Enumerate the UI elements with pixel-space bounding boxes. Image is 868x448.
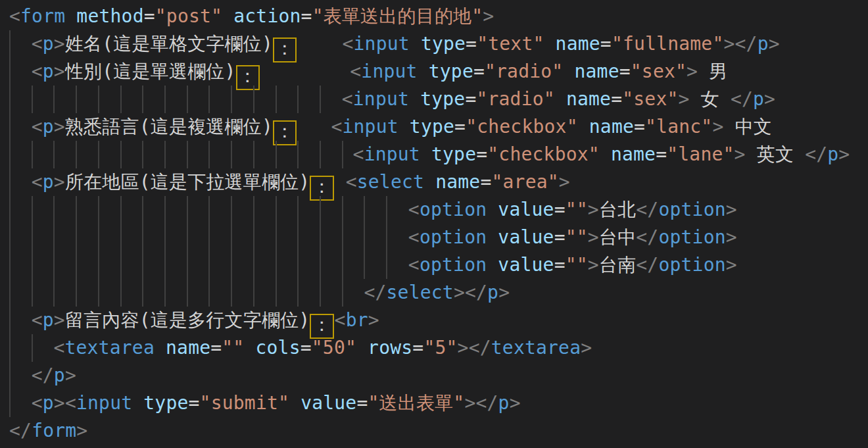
code-token: type (143, 392, 188, 414)
code-token: = (412, 337, 423, 359)
code-token: > (769, 33, 780, 55)
code-token: option (658, 199, 725, 220)
code-token: = (356, 392, 368, 414)
code-token (65, 5, 76, 27)
code-token: > (54, 61, 65, 82)
code-token: </ (364, 282, 386, 303)
code-token: value (301, 392, 356, 414)
code-token: p (43, 33, 54, 55)
code-token: = (210, 337, 222, 359)
code-token: > (483, 5, 494, 27)
code-token: form (32, 420, 76, 441)
code-token: "" (566, 199, 588, 220)
code-token: > (588, 226, 599, 248)
code-token: textarea (491, 337, 581, 359)
code-token (155, 337, 166, 359)
code-token: </ (32, 364, 54, 386)
indent-guides (9, 362, 32, 389)
code-token: > (65, 364, 76, 386)
code-token (289, 392, 301, 414)
code-token: option (658, 254, 725, 276)
code-token (398, 116, 410, 137)
code-token: 男 (698, 61, 727, 82)
code-token: option (420, 254, 487, 276)
code-line: <p>姓名(這是單格文字欄位)： <input type="text" name… (9, 30, 868, 58)
code-token: method (76, 5, 143, 27)
code-token: = (611, 88, 622, 110)
code-token: < (408, 254, 420, 276)
code-token: < (32, 309, 43, 331)
code-token: > (588, 254, 599, 276)
code-token: "checkbox" (466, 116, 578, 137)
code-token: textarea (64, 337, 154, 359)
code-token: = (554, 199, 566, 220)
code-token: option (658, 226, 725, 248)
code-token: = (465, 88, 476, 110)
code-token: </ (636, 199, 658, 220)
code-token: "" (566, 226, 588, 248)
code-token: "50" (312, 337, 356, 359)
code-token: = (600, 33, 612, 55)
code-token: = (466, 33, 477, 55)
indent-guides (9, 86, 342, 113)
code-token: < (32, 171, 43, 193)
indent-guides (9, 141, 353, 168)
code-token: p (43, 61, 54, 82)
code-token: "送出表單" (368, 392, 465, 414)
code-token: name (574, 61, 619, 82)
code-token: > (588, 199, 599, 220)
code-token: > (498, 282, 510, 303)
code-token: < (9, 5, 20, 27)
code-token: "lanc" (645, 116, 712, 137)
code-token: p (487, 282, 498, 303)
code-token: "5" (423, 337, 457, 359)
code-token: value (498, 226, 554, 248)
code-token: < (53, 337, 64, 359)
code-line: <input type="radio" name="sex"> 女 </p> (9, 86, 868, 113)
code-token: = (656, 143, 667, 165)
code-area[interactable]: <form method="post" action="表單送出的目的地"><p… (9, 3, 868, 448)
code-line: <option value="">台南</option> (9, 251, 868, 279)
code-token: action (233, 5, 301, 27)
code-token: < (346, 171, 357, 193)
code-token: option (420, 226, 487, 248)
code-token: > (510, 392, 521, 414)
code-token: cols (256, 337, 301, 359)
code-token (260, 61, 350, 82)
code-token: > (54, 33, 65, 55)
code-token: = (634, 116, 645, 137)
code-token: "text" (477, 33, 544, 55)
code-token (335, 171, 346, 193)
code-token: p (54, 364, 65, 386)
code-token (544, 33, 556, 55)
code-token: = (301, 5, 312, 27)
code-line: <option value="">台中</option> (9, 224, 868, 251)
code-line: <p>所在地區(這是下拉選單欄位)： <select name="area"> (9, 168, 868, 196)
code-token: "radio" (476, 88, 554, 110)
code-token: "" (566, 254, 588, 276)
indent-guides (9, 113, 32, 141)
code-token (600, 143, 611, 165)
code-token: = (473, 61, 485, 82)
code-token: 女 (690, 88, 731, 110)
code-token: p (498, 392, 510, 414)
code-token: </ (731, 88, 753, 110)
code-token: 所在地區(這是下拉選單欄位) (65, 171, 310, 193)
code-token (418, 61, 429, 82)
code-token: < (342, 33, 353, 55)
code-token (132, 392, 143, 414)
code-token: "" (222, 337, 244, 359)
code-token: name (556, 33, 600, 55)
code-token: value (498, 254, 554, 276)
code-line: <form method="post" action="表單送出的目的地"> (9, 3, 868, 30)
code-token: br (346, 309, 368, 331)
code-token: = (476, 143, 487, 165)
code-editor[interactable]: <form method="post" action="表單送出的目的地"><p… (0, 0, 868, 448)
code-token: "fullname" (612, 33, 724, 55)
code-token: input (353, 88, 409, 110)
code-token: </ (636, 226, 658, 248)
code-token: input (361, 61, 417, 82)
code-token (244, 337, 255, 359)
indent-guides (9, 30, 32, 58)
code-token: > (368, 309, 379, 331)
